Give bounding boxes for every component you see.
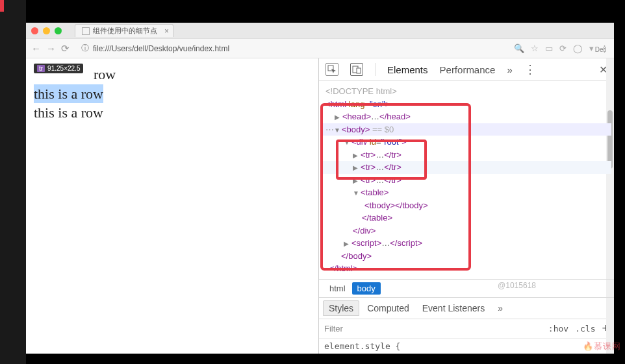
ext1-icon[interactable]: ▭	[545, 43, 553, 53]
dom-table-close[interactable]: </table>	[322, 212, 611, 224]
dom-table-open[interactable]: ▼<table>	[322, 186, 611, 199]
dom-tr1[interactable]: ▶<tr>…</tr>	[322, 149, 611, 162]
dom-tbody[interactable]: <tbody></tbody>	[322, 199, 611, 212]
devtools-toolbar: Elements Performance » ⋮ ✕	[319, 58, 614, 81]
styles-tabs: Styles Computed Event Listeners »	[319, 298, 614, 319]
dom-breadcrumb: html body @1015618	[319, 279, 614, 298]
cls-toggle[interactable]: .cls	[575, 324, 595, 334]
ext2-icon[interactable]: ⟳	[559, 43, 567, 53]
dom-html-close[interactable]: </html>	[322, 262, 611, 275]
filter-input[interactable]: Filter	[324, 324, 542, 334]
performance-tab[interactable]: Performance	[440, 64, 496, 75]
page-viewport: tr 91.25×22.5 row this is a row this is …	[26, 58, 318, 354]
event-listeners-tab[interactable]: Event Listeners	[417, 301, 491, 315]
reload-button[interactable]: ⟳	[61, 43, 70, 55]
hov-toggle[interactable]: :hov	[548, 324, 568, 334]
url-text: file:///Users/dell/Desktop/vue/index.htm…	[93, 44, 229, 53]
browser-tab[interactable]: 组件使用中的细节点 ×	[75, 24, 173, 37]
watermark-id: @1015618	[498, 281, 536, 290]
elements-tab[interactable]: Elements	[387, 64, 428, 75]
tab-close-icon[interactable]: ×	[164, 27, 169, 36]
element-style-block[interactable]: element.style {	[319, 339, 614, 354]
dom-html-open[interactable]: <html lang="en">	[322, 98, 611, 111]
nav-arrows: ← → ⟳	[31, 43, 70, 55]
styles-tab[interactable]: Styles	[323, 300, 359, 316]
dom-head[interactable]: ▶<head>…</head>	[322, 110, 611, 123]
brand-watermark: 🔥慕课网	[583, 341, 621, 352]
tooltip-tag: tr	[37, 65, 45, 72]
zoom-icon[interactable]: 🔍	[514, 43, 524, 53]
inspect-tooltip: tr 91.25×22.5	[34, 64, 83, 73]
address-bar: ← → ⟳ ⓘ file:///Users/dell/Desktop/vue/i…	[26, 39, 614, 58]
dom-tr2[interactable]: ▶<tr>…</tr>	[322, 161, 611, 174]
url-field[interactable]: ⓘ file:///Users/dell/Desktop/vue/index.h…	[77, 42, 506, 55]
styles-filter-row: Filter :hov .cls +	[319, 319, 614, 339]
tab-title: 组件使用中的细节点	[93, 26, 157, 36]
dom-script[interactable]: ▶<script>…</script>	[322, 237, 611, 250]
dom-tree[interactable]: <!DOCTYPE html> <html lang="en"> ▶<head>…	[319, 81, 614, 279]
window-titlebar: 组件使用中的细节点 ×	[26, 23, 614, 39]
computed-tab[interactable]: Computed	[362, 301, 415, 315]
more-tabs-icon[interactable]: »	[507, 64, 512, 75]
page-icon	[82, 27, 90, 35]
back-button[interactable]: ←	[31, 43, 41, 55]
dom-body-open[interactable]: ⋯▼<body> == $0	[322, 123, 611, 136]
bookmark-icon[interactable]: ☆	[531, 43, 539, 53]
browser-window: Dell 组件使用中的细节点 × ← → ⟳ ⓘ file:///Users/d…	[26, 23, 614, 354]
dom-div-open[interactable]: ▼<div id="root">	[322, 136, 611, 149]
devtools-menu-icon[interactable]: ⋮	[524, 62, 536, 77]
page-text-row-3: this is a row	[34, 104, 103, 121]
minimize-window-button[interactable]	[43, 27, 50, 34]
forward-button[interactable]: →	[46, 43, 56, 55]
device-toolbar-icon[interactable]	[350, 63, 363, 76]
breadcrumb-html[interactable]: html	[324, 282, 351, 295]
dom-tr3[interactable]: ▶<tr>…</tr>	[322, 174, 611, 187]
dell-label: Dell	[595, 46, 606, 53]
close-window-button[interactable]	[31, 27, 38, 34]
styles-more-icon[interactable]: »	[498, 303, 503, 313]
page-text-row-2: this is a row	[34, 84, 103, 104]
dom-doctype[interactable]: <!DOCTYPE html>	[322, 85, 611, 98]
tooltip-dims: 91.25×22.5	[47, 65, 80, 72]
info-icon[interactable]: ⓘ	[81, 43, 89, 54]
os-sidebar	[0, 0, 26, 364]
svg-rect-2	[357, 68, 361, 73]
maximize-window-button[interactable]	[55, 27, 62, 34]
ext3-icon[interactable]: ◯	[573, 43, 583, 53]
dom-div-close[interactable]: </div>	[322, 224, 611, 237]
inspect-element-icon[interactable]	[325, 63, 338, 76]
breadcrumb-body[interactable]: body	[352, 282, 381, 295]
page-text-row-1-suffix: row	[94, 65, 116, 84]
traffic-lights	[31, 27, 62, 34]
ext4-icon[interactable]: ▾	[589, 43, 594, 53]
devtools-panel: Elements Performance » ⋮ ✕ <!DOCTYPE htm…	[318, 58, 614, 354]
dom-body-close[interactable]: </body>	[322, 250, 611, 263]
sidebar-indicator	[0, 0, 4, 12]
